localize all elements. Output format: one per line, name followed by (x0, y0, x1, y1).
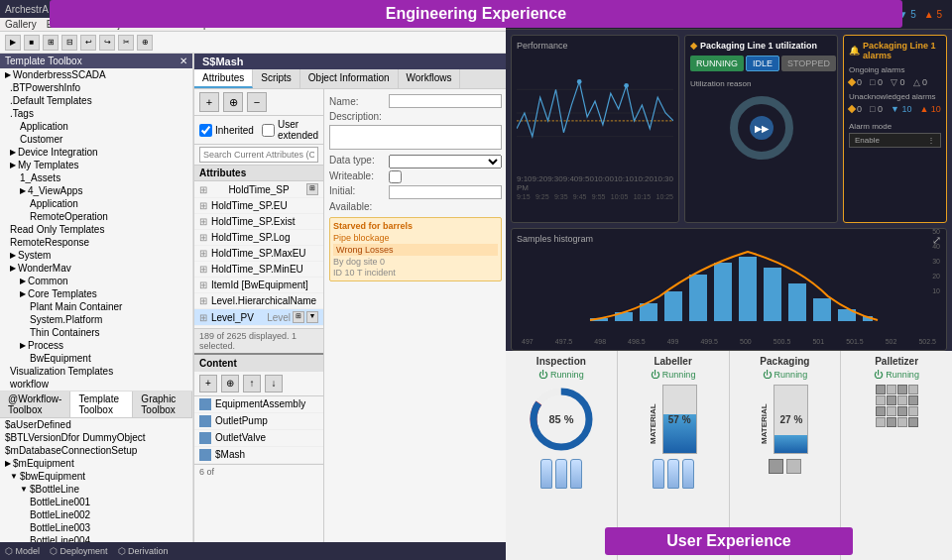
content-item-equipment[interactable]: EquipmentAssembly (194, 396, 323, 413)
status-derivation[interactable]: ⬡ Derivation (118, 546, 169, 556)
content-btn-copy[interactable]: ⊕ (221, 375, 239, 392)
datatype-select[interactable] (389, 155, 502, 168)
content-btn-up[interactable]: ↑ (243, 375, 261, 392)
tree-item-sysplatform[interactable]: System.Platform (0, 313, 192, 326)
idle-btn[interactable]: IDLE (746, 56, 779, 71)
toolbar-btn-2[interactable]: ■ (24, 35, 40, 51)
content-btn-add[interactable]: + (199, 375, 217, 392)
tree-item-plantmain[interactable]: Plant Main Container (0, 300, 192, 313)
content-btn-down[interactable]: ↓ (265, 375, 283, 392)
attr-item-level-pv[interactable]: ⊞Level_PV Level ⊞ ▼ (194, 309, 323, 326)
status-deployment[interactable]: ⬡ Deployment (50, 546, 108, 556)
tree-item-workflow[interactable]: workflow (0, 378, 192, 391)
status-model[interactable]: ⬡ Model (5, 546, 40, 556)
stopped-btn[interactable]: STOPPED (781, 56, 836, 71)
packaging-util-widget: ◆ Packaging Line 1 utilization RUNNING I… (684, 35, 838, 223)
attr-item-holdtime-sp-mineu[interactable]: ⊞HoldTime_SP.MinEU (194, 262, 323, 278)
inherited-checkbox[interactable]: Inherited (199, 124, 254, 137)
tree-item-process[interactable]: ▶ Process (0, 339, 192, 352)
attr-item-holdtime-sp-maxeu[interactable]: ⊞HoldTime_SP.MaxEU (194, 246, 323, 262)
tree-item-viztempl[interactable]: Visualization Templates (0, 365, 192, 378)
starved-label: Starved for barrels (333, 221, 498, 231)
attr-btn-3[interactable]: ▼ (306, 311, 318, 323)
running-btn[interactable]: RUNNING (690, 56, 744, 71)
smash-tab-objectinfo[interactable]: Object Information (300, 69, 399, 88)
menu-gallery[interactable]: Gallery (5, 19, 37, 30)
deriv-item-bl002[interactable]: BottleLine002 (0, 508, 192, 521)
attr-btn-1[interactable]: ⊞ (306, 183, 318, 195)
tri-up-count: ▲ 5 (924, 9, 942, 20)
toolbar-btn-3[interactable]: ⊞ (43, 35, 59, 51)
alarm-mode-menu[interactable]: ⋮ (927, 136, 935, 145)
tree-item-bwequipment[interactable]: BwEquipment (0, 352, 192, 365)
attr-btn-2[interactable]: ⊞ (293, 311, 304, 323)
attr-item-holdtime-sp-eu[interactable]: ⊞HoldTime_SP.EU (194, 198, 323, 214)
tree-title: Template Toolbox (5, 56, 82, 66)
writeable-checkbox[interactable] (389, 170, 402, 183)
histogram-svg (517, 247, 941, 321)
toolbar-btn-6[interactable]: ↪ (99, 35, 115, 51)
content-item-outletpump[interactable]: OutletPump (194, 413, 323, 430)
pkg-util-icon: ◆ (690, 41, 697, 51)
toolbar-btn-5[interactable]: ↩ (80, 35, 96, 51)
tree-item-wonderbress[interactable]: ▶ WonderbressSCADA (0, 68, 192, 81)
deriv-item-bl001[interactable]: BottleLine001 (0, 496, 192, 508)
smash-tab-scripts[interactable]: Scripts (253, 69, 300, 88)
tree-item-remoteop[interactable]: RemoteOperation (0, 210, 192, 223)
deriv-item-btl[interactable]: $BTLVersionDfor DummyObject (0, 431, 192, 444)
smash-tab-attributes[interactable]: Attributes (194, 69, 253, 88)
attr-item-holdtime-sp[interactable]: ⊞HoldTime_SP ⊞ (194, 181, 323, 198)
attribute-search[interactable] (199, 147, 318, 163)
btn-add-attr[interactable]: + (199, 92, 219, 112)
ongoing-square: □ 0 (870, 77, 883, 87)
left-panel: Engineering Experience ArchestrA IDE Gal… (0, 0, 506, 560)
initial-input[interactable] (389, 185, 502, 199)
attr-item-itemid[interactable]: ⊞ItemId [BwEquipment] (194, 278, 323, 293)
tree-item-app2[interactable]: Application (0, 197, 192, 210)
tree-item-wondermav[interactable]: ▶ WonderMav (0, 262, 192, 275)
tree-close-btn[interactable]: ✕ (179, 56, 187, 66)
deriv-item-bottleline[interactable]: ▼$BottleLine (0, 483, 192, 496)
tree-item-viewapps[interactable]: ▶ 4_ViewApps (0, 184, 192, 197)
tab-workflow[interactable]: @Workflow-Toolbox (0, 392, 70, 417)
tab-graphic[interactable]: Graphic Toolbox (133, 392, 192, 417)
tree-item-customer[interactable]: Customer (0, 133, 192, 146)
tree-item-readonly[interactable]: Read Only Templates (0, 223, 192, 236)
content-item-smash[interactable]: $Mash (194, 447, 323, 464)
attr-item-level-hier[interactable]: ⊞Level.HierarchicalName (194, 293, 323, 309)
tree-item-default[interactable]: .Default Templates (0, 94, 192, 107)
deriv-item-bl003[interactable]: BottleLine003 (0, 521, 192, 534)
tree-item-system[interactable]: ▶ System (0, 249, 192, 262)
btn-delete-attr[interactable]: − (247, 92, 267, 112)
toolbar-btn-4[interactable]: ⊟ (61, 35, 77, 51)
deriv-item-bl004[interactable]: BottleLine004 (0, 534, 192, 542)
attr-item-holdtime-sp-exist[interactable]: ⊞HoldTime_SP.Exist (194, 214, 323, 230)
tree-item-thincontainers[interactable]: Thin Containers (0, 326, 192, 339)
deriv-item-db[interactable]: $mDatabaseConnectionSetup (0, 444, 192, 457)
tree-item-tags[interactable]: .Tags (0, 107, 192, 120)
tree-item-remote[interactable]: RemoteResponse (0, 236, 192, 249)
tree-item-btp[interactable]: .BTPowershInfo (0, 81, 192, 94)
toolbar-btn-7[interactable]: ✂ (118, 35, 134, 51)
btn-copy-attr[interactable]: ⊕ (223, 92, 243, 112)
alarm-mode-value-row[interactable]: Enable ⋮ (849, 133, 941, 148)
tree-item-mytemplates[interactable]: ▶ My Templates (0, 159, 192, 171)
tree-item-application[interactable]: Application (0, 120, 192, 133)
desc-textarea[interactable] (329, 125, 502, 150)
user-extended-checkbox[interactable]: User extended (262, 119, 318, 141)
deriv-item-mequip[interactable]: ▶$mEquipment (0, 457, 192, 470)
name-input[interactable] (389, 94, 502, 108)
tree-item-assets[interactable]: 1_Assets (0, 171, 192, 184)
toolbar-btn-8[interactable]: ⊕ (137, 35, 153, 51)
smash-tab-workflows[interactable]: Workflows (399, 69, 461, 88)
toolbar-btn-1[interactable]: ▶ (5, 35, 21, 51)
attr-item-holdtime-sp-log[interactable]: ⊞HoldTime_SP.Log (194, 230, 323, 246)
tree-item-common[interactable]: ▶ Common (0, 275, 192, 287)
tree-item-core[interactable]: ▶ Core Templates (0, 287, 192, 300)
tab-template[interactable]: Template Toolbox (70, 392, 133, 417)
content-item-outletvalve[interactable]: OutletValve (194, 430, 323, 447)
tree-item-device[interactable]: ▶ Device Integration (0, 146, 192, 159)
deriv-item-bwequip[interactable]: ▼$bwEquipment (0, 470, 192, 483)
deriv-item-user[interactable]: $aUserDefined (0, 418, 192, 431)
desc-label: Description: (329, 111, 382, 122)
